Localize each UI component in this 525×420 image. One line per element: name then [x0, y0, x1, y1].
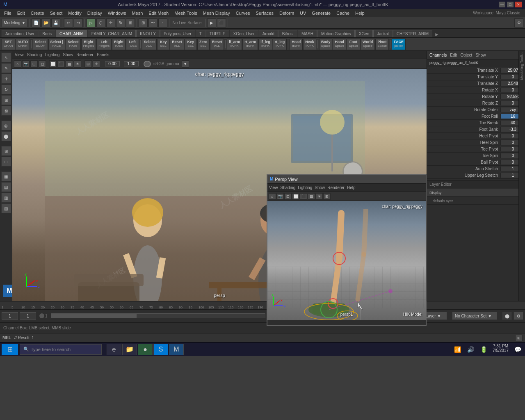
channel-row[interactable]: Ball Pivot0 — [427, 159, 525, 166]
layout-tool[interactable]: ▦ — [1, 171, 11, 181]
undo-btn[interactable]: ↩ — [64, 18, 73, 27]
hand-space-btn[interactable]: Hand Space — [333, 39, 346, 50]
close-button[interactable]: ✕ — [515, 2, 522, 7]
maximize-button[interactable]: □ — [507, 2, 514, 7]
set-char-btn[interactable]: SET CHAR — [2, 39, 15, 50]
taskbar-clock[interactable]: 7:31 PM 7/5/2017 — [491, 344, 510, 355]
redo-btn[interactable]: ↪ — [74, 18, 83, 27]
menu-file[interactable]: File — [2, 10, 14, 16]
select-body-btn[interactable]: Select BODY — [33, 39, 48, 50]
select-tool[interactable]: ↖ — [1, 52, 11, 62]
vp-lighting-menu[interactable]: Lighting — [45, 52, 59, 57]
channel-row[interactable]: Translate Y0 — [427, 74, 525, 80]
reset-all-btn[interactable]: Reset ALL — [170, 39, 184, 50]
face-picker-btn[interactable]: FACE picker — [392, 39, 406, 50]
tab-knolly[interactable]: KNOLLY — [136, 30, 160, 37]
vp-pivot-btn[interactable]: ✛ — [93, 60, 100, 68]
channel-row[interactable]: Rotate X0 — [427, 87, 525, 94]
settings2-btn[interactable]: ⚙ — [514, 312, 523, 320]
mel-expand-btn[interactable]: ⊞ — [515, 335, 523, 341]
persp-shading-menu[interactable]: Shading — [281, 185, 296, 190]
scale-btn[interactable]: ⊞ — [126, 18, 135, 27]
current-frame-input[interactable] — [20, 312, 36, 320]
vp-wireframe-btn[interactable]: ⬜ — [49, 60, 57, 68]
lf-arm-btn[interactable]: lf_arm IK/FK — [227, 39, 242, 50]
show-grid[interactable]: ⊞ — [1, 146, 11, 156]
menu-mesh[interactable]: Mesh — [129, 10, 145, 16]
channel-row[interactable]: Toe Spin0 — [427, 153, 525, 159]
persp-help-menu[interactable]: Help — [347, 185, 356, 190]
windows-start-btn[interactable]: ⊞ — [2, 344, 18, 355]
vp-grid-btn[interactable]: ⊞ — [84, 60, 92, 68]
rotate-manipulator[interactable]: ↻ — [1, 84, 11, 94]
taskbar-app-skype[interactable]: S — [153, 344, 168, 355]
tab-mash[interactable]: MASH — [298, 30, 317, 37]
tab-polygons-user[interactable]: Polygons_User — [160, 30, 195, 37]
key-sel2-btn[interactable]: Key SEL — [185, 39, 197, 50]
channel-row[interactable]: Rotate Orderzxy — [427, 107, 525, 113]
rt-arm-btn[interactable]: rt_arm IK/FK — [242, 39, 258, 50]
channel-row[interactable]: Auto Stretch1 — [427, 166, 525, 172]
move-manipulator[interactable]: ✛ — [1, 74, 11, 84]
menu-surfaces[interactable]: Surfaces — [253, 10, 276, 16]
auto-key-btn[interactable]: ⬤ — [502, 312, 512, 320]
body-space-btn[interactable]: Body Space — [319, 39, 333, 50]
persp-texture-btn[interactable]: ▦ — [308, 193, 315, 200]
vp-y-field[interactable] — [122, 61, 140, 66]
channel-row[interactable]: Foot Roll16 — [427, 113, 525, 120]
camera-tool[interactable]: □ — [1, 157, 11, 167]
scale-manipulator[interactable]: ⊞ — [1, 95, 11, 105]
lasso-btn[interactable]: ⬡ — [96, 18, 105, 27]
menu-select[interactable]: Select — [48, 10, 65, 16]
tab-animation-user[interactable]: Animation_User — [2, 30, 38, 37]
vp-y-input[interactable] — [124, 61, 139, 66]
persp-grid-btn[interactable]: ⊞ — [323, 193, 331, 200]
tab-char-anim[interactable]: CHAR_ANIM — [56, 30, 87, 37]
vp-x-input[interactable] — [105, 61, 120, 66]
tab-family-char-anim[interactable]: FAMILY_CHAR_ANIM — [88, 30, 136, 37]
artisan-tool[interactable]: ⬤ — [1, 131, 11, 141]
vp-texture-btn[interactable]: ▦ — [66, 60, 73, 68]
snap-curve-btn[interactable]: 〜 — [148, 18, 158, 27]
channel-row[interactable]: Heel Spin0 — [427, 139, 525, 146]
head-btn[interactable]: Head IK/FK — [290, 39, 303, 50]
vp-renderer-menu[interactable]: Renderer — [76, 52, 94, 57]
minimize-button[interactable]: — — [499, 2, 505, 7]
menu-help[interactable]: Help — [353, 10, 367, 16]
menu-cache[interactable]: Cache — [334, 10, 352, 16]
left-toes-btn[interactable]: Left TOES — [126, 39, 139, 50]
taskbar-app-maya[interactable]: M — [169, 344, 184, 355]
universal-manipulator[interactable]: ⊠ — [1, 106, 11, 116]
menu-mesh-display[interactable]: Mesh Display — [201, 10, 233, 16]
timeline-ruler[interactable]: 1510152025303540455055606570758085909510… — [0, 301, 525, 310]
tab-xgen[interactable]: XGen — [355, 30, 373, 37]
persp-fit-btn[interactable]: ⊡ — [284, 193, 292, 200]
menu-deform[interactable]: Deform — [277, 10, 297, 16]
pivot-space-btn[interactable]: Pivot Space — [375, 39, 389, 50]
vp-color-btn[interactable] — [144, 61, 151, 67]
channel-row[interactable]: Rotate Y-92.592 — [427, 94, 525, 100]
channel-row[interactable]: Upper Leg Stretch1 — [427, 172, 525, 179]
vp-cam-btn[interactable]: 📷 — [22, 60, 30, 68]
move-btn[interactable]: ✛ — [106, 18, 115, 27]
channel-row[interactable]: Toe Pivot0 — [427, 146, 525, 153]
vp-view-menu[interactable]: View — [15, 52, 24, 57]
world-space-btn[interactable]: World Space — [361, 39, 375, 50]
menu-curves[interactable]: Curves — [233, 10, 253, 16]
neck-btn[interactable]: Neck IK/FK — [303, 39, 316, 50]
menu-create[interactable]: Create — [28, 10, 47, 16]
vp-x-field[interactable] — [103, 61, 121, 66]
key-sel-btn[interactable]: Key SEL — [157, 39, 169, 50]
snap-grid-btn[interactable]: ⊞ — [139, 18, 148, 27]
soft-select-tool[interactable]: ◎ — [1, 121, 11, 130]
right-toes-btn[interactable]: Right TOES — [112, 39, 126, 50]
open-btn[interactable]: 📂 — [41, 18, 50, 27]
persp-lights-btn[interactable]: ☀ — [315, 193, 323, 200]
cb-tab-channels[interactable]: Channels — [429, 53, 447, 57]
taskbar-app-explorer[interactable]: 📁 — [122, 344, 137, 355]
tab-xgen-user[interactable]: XGen_User — [230, 30, 258, 37]
timeline-range-bar[interactable] — [51, 313, 265, 318]
ipr-btn[interactable]: ⬛ — [217, 18, 226, 27]
select-all-btn[interactable]: Select ALL — [142, 39, 157, 50]
channel-row[interactable]: Toe Break40 — [427, 120, 525, 126]
